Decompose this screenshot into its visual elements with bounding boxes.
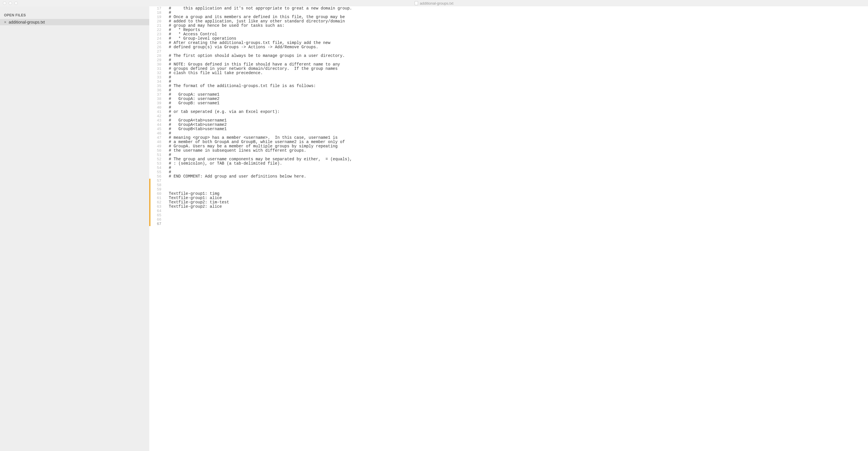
close-window-button[interactable] <box>3 1 6 5</box>
code-line[interactable] <box>163 187 169 192</box>
code-line[interactable]: # GroupA. Users may be a member of multi… <box>163 144 338 148</box>
code-line[interactable] <box>163 209 169 213</box>
code-line[interactable]: # defined group(s) via Groups -> Actions… <box>163 45 318 49</box>
line-number: 48 <box>150 140 163 144</box>
line-number: 65 <box>150 213 163 218</box>
line-number: 40 <box>150 106 163 110</box>
window-title: additional-groups.txt <box>414 1 453 5</box>
line-number: 26 <box>150 45 163 49</box>
code-line[interactable]: # this application and it's not appropri… <box>163 6 352 11</box>
line-number: 44 <box>150 123 163 127</box>
code-line[interactable]: # GroupA<tab>username1 <box>163 118 227 123</box>
line-number: 20 <box>150 19 163 24</box>
code-line[interactable]: # <box>163 88 171 92</box>
code-line[interactable]: # <box>163 153 171 157</box>
code-line[interactable]: # Once a group and its members are defin… <box>163 15 345 19</box>
line-number: 42 <box>150 114 163 118</box>
code-line[interactable]: # <box>163 114 171 118</box>
line-number: 38 <box>150 97 163 101</box>
code-line[interactable]: # a member of both GroupA and GroupB, wh… <box>163 140 345 144</box>
line-number: 51 <box>150 153 163 157</box>
code-line[interactable]: # added to the application, just like an… <box>163 19 345 24</box>
open-file-item[interactable]: × additional-groups.txt <box>0 19 149 25</box>
code-line[interactable]: # GroupA<tab>username2 <box>163 123 227 127</box>
code-line[interactable]: Textfile-group1: timg <box>163 192 219 196</box>
line-number: 23 <box>150 32 163 36</box>
code-line[interactable]: # clash this file will take precedence. <box>163 71 263 75</box>
code-line[interactable]: # : (semicolon), or TAB (a tab-delimited… <box>163 162 282 166</box>
line-number: 52 <box>150 157 163 162</box>
main-area: OPEN FILES × additional-groups.txt 17181… <box>0 6 868 451</box>
code-line[interactable]: # <box>163 170 171 174</box>
code-line[interactable] <box>163 222 169 226</box>
open-file-name: additional-groups.txt <box>9 20 45 24</box>
code-line[interactable]: # GroupA: username2 <box>163 97 219 101</box>
line-number: 55 <box>150 170 163 174</box>
line-number: 49 <box>150 144 163 148</box>
code-line[interactable]: # <box>163 106 171 110</box>
code-line[interactable]: # * Reports <box>163 28 200 32</box>
code-line[interactable]: # <box>163 166 171 170</box>
line-number: 57 <box>150 179 163 183</box>
line-number: 61 <box>150 196 163 200</box>
line-number: 17 <box>150 6 163 11</box>
line-number: 45 <box>150 127 163 131</box>
line-number: 39 <box>150 101 163 106</box>
code-line[interactable]: # NOTE: Groups defined in this file shou… <box>163 62 340 67</box>
line-number: 28 <box>150 54 163 58</box>
code-line[interactable]: # <box>163 131 171 136</box>
code-line[interactable]: # group and may hence be used for tasks … <box>163 24 284 28</box>
code-line[interactable]: # groups defined in your network domain/… <box>163 67 338 71</box>
sidebar: OPEN FILES × additional-groups.txt <box>0 6 149 451</box>
code-line[interactable]: # * Access Control <box>163 32 217 36</box>
code-line[interactable]: # <box>163 58 171 62</box>
code-line[interactable]: # END COMMENT: Add group and user defini… <box>163 174 306 179</box>
line-number: 63 <box>150 204 163 209</box>
document-icon <box>414 1 418 5</box>
line-number: 36 <box>150 88 163 92</box>
code-line[interactable] <box>163 49 169 54</box>
line-number: 18 <box>150 11 163 15</box>
code-line[interactable]: # GroupA: username1 <box>163 92 219 97</box>
line-number: 24 <box>150 36 163 41</box>
code-line[interactable]: # * Group-level operations <box>163 36 236 41</box>
code-line[interactable] <box>163 183 169 187</box>
code-line[interactable]: Textfile-group1: alice <box>163 196 222 200</box>
code-line[interactable]: # <box>163 75 171 80</box>
code-line[interactable]: # GroupB: username1 <box>163 101 219 106</box>
code-line[interactable]: # <box>163 11 171 15</box>
line-number: 30 <box>150 62 163 67</box>
line-number: 32 <box>150 71 163 75</box>
code-line[interactable]: # After creating the additional-groups.t… <box>163 41 330 45</box>
line-number: 54 <box>150 166 163 170</box>
line-number: 37 <box>150 92 163 97</box>
line-number: 35 <box>150 84 163 88</box>
code-line[interactable]: Textfile-group2: alice <box>163 204 222 209</box>
code-line[interactable]: # meaning <group> has a member <username… <box>163 136 338 140</box>
code-line[interactable]: # The group and username components may … <box>163 157 352 162</box>
close-file-icon[interactable]: × <box>4 20 6 24</box>
code-line[interactable]: # or tab seperated (e.g. via an Excel ex… <box>163 110 280 114</box>
code-line[interactable]: # <box>163 80 171 84</box>
code-line[interactable] <box>163 218 169 222</box>
line-number: 56 <box>150 174 163 179</box>
code-line[interactable]: Textfile-group2: tim-test <box>163 200 229 204</box>
line-number: 19 <box>150 15 163 19</box>
line-number: 62 <box>150 200 163 204</box>
line-number: 43 <box>150 118 163 123</box>
line-number: 21 <box>150 24 163 28</box>
code-line[interactable]: # The first option should always be to m… <box>163 54 345 58</box>
zoom-window-button[interactable] <box>14 1 18 5</box>
line-number: 58 <box>150 183 163 187</box>
line-number: 64 <box>150 209 163 213</box>
code-line[interactable] <box>163 179 169 183</box>
code-line[interactable]: # the username in subsequent lines with … <box>163 148 306 153</box>
code-line[interactable]: # The format of the additional-groups.tx… <box>163 84 316 88</box>
line-number: 53 <box>150 162 163 166</box>
code-line[interactable]: # GroupB<tab>username1 <box>163 127 227 131</box>
line-number: 67 <box>150 222 163 226</box>
editor-pane[interactable]: 1718192021222324252627282930313233343536… <box>149 6 868 451</box>
code-line[interactable] <box>163 213 169 218</box>
minimize-window-button[interactable] <box>9 1 12 5</box>
line-number: 34 <box>150 80 163 84</box>
